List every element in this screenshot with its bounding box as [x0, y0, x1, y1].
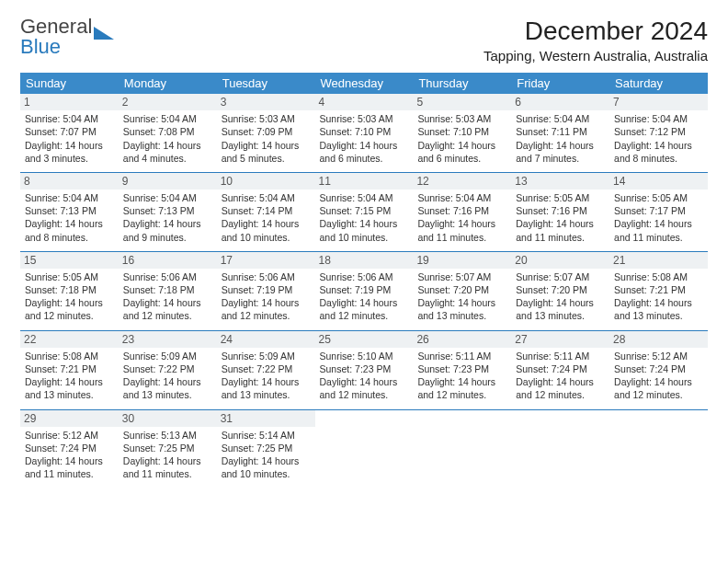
- sunset-text: Sunset: 7:08 PM: [123, 125, 212, 138]
- day-number: 7: [609, 94, 708, 110]
- daylight-text: and 13 minutes.: [614, 309, 703, 322]
- daylight-text: Daylight: 14 hours: [320, 139, 409, 152]
- daylight-text: Daylight: 14 hours: [222, 454, 311, 467]
- daylight-text: and 3 minutes.: [25, 152, 114, 165]
- sunset-text: Sunset: 7:20 PM: [516, 283, 605, 296]
- daylight-text: Daylight: 14 hours: [516, 296, 605, 309]
- sunset-text: Sunset: 7:12 PM: [614, 125, 703, 138]
- calendar-day-cell: 25Sunrise: 5:10 AMSunset: 7:23 PMDayligh…: [315, 330, 414, 409]
- daylight-text: Daylight: 14 hours: [516, 139, 605, 152]
- calendar-day-cell: 19Sunrise: 5:07 AMSunset: 7:20 PMDayligh…: [413, 251, 511, 330]
- daylight-text: and 9 minutes.: [123, 231, 212, 244]
- day-number: 16: [119, 252, 217, 269]
- daylight-text: and 12 minutes.: [123, 309, 212, 322]
- sunset-text: Sunset: 7:23 PM: [320, 362, 409, 375]
- day-number: 15: [20, 252, 119, 269]
- daylight-text: and 8 minutes.: [25, 231, 114, 244]
- day-number: 21: [609, 252, 708, 269]
- sunset-text: Sunset: 7:24 PM: [516, 362, 605, 375]
- day-number: 2: [119, 94, 217, 110]
- logo: General Blue: [20, 17, 114, 57]
- daylight-text: Daylight: 14 hours: [123, 139, 212, 152]
- sunrise-text: Sunrise: 5:04 AM: [123, 112, 212, 125]
- day-number: 8: [20, 173, 119, 190]
- day-number: 26: [413, 331, 511, 348]
- daylight-text: Daylight: 14 hours: [417, 375, 506, 388]
- sunrise-text: Sunrise: 5:04 AM: [320, 191, 409, 204]
- daylight-text: and 10 minutes.: [222, 467, 311, 480]
- weekday-header: Tuesday: [217, 73, 315, 94]
- sunset-text: Sunset: 7:09 PM: [222, 125, 311, 138]
- sunset-text: Sunset: 7:25 PM: [222, 442, 311, 454]
- daylight-text: Daylight: 14 hours: [222, 296, 311, 309]
- day-number: 14: [609, 173, 708, 190]
- sunrise-text: Sunrise: 5:06 AM: [320, 270, 409, 283]
- calendar-day-cell: 9Sunrise: 5:04 AMSunset: 7:13 PMDaylight…: [119, 172, 217, 251]
- daylight-text: Daylight: 14 hours: [25, 375, 114, 388]
- daylight-text: Daylight: 14 hours: [320, 296, 409, 309]
- daylight-text: Daylight: 14 hours: [614, 375, 703, 388]
- sunset-text: Sunset: 7:11 PM: [516, 125, 605, 138]
- calendar-day-cell: 27Sunrise: 5:11 AMSunset: 7:24 PMDayligh…: [511, 330, 609, 409]
- day-number: 30: [119, 410, 217, 427]
- sunrise-text: Sunrise: 5:07 AM: [417, 270, 506, 283]
- day-number: 28: [609, 331, 708, 348]
- daylight-text: Daylight: 14 hours: [222, 375, 311, 388]
- day-number: 24: [217, 331, 315, 348]
- calendar-day-cell: [315, 409, 414, 488]
- sunrise-text: Sunrise: 5:06 AM: [222, 270, 311, 283]
- sunrise-text: Sunrise: 5:04 AM: [222, 191, 311, 204]
- calendar-week-row: 1Sunrise: 5:04 AMSunset: 7:07 PMDaylight…: [20, 94, 708, 172]
- daylight-text: and 6 minutes.: [417, 152, 506, 165]
- logo-text-2: Blue: [20, 35, 61, 58]
- daylight-text: and 11 minutes.: [123, 467, 212, 480]
- daylight-text: and 12 minutes.: [25, 309, 114, 322]
- sunset-text: Sunset: 7:14 PM: [222, 204, 311, 217]
- daylight-text: and 13 minutes.: [222, 388, 311, 401]
- daylight-text: Daylight: 14 hours: [516, 375, 605, 388]
- sunrise-text: Sunrise: 5:04 AM: [614, 112, 703, 125]
- day-number: 27: [511, 331, 609, 348]
- weekday-header: Sunday: [20, 73, 119, 94]
- daylight-text: Daylight: 14 hours: [25, 454, 114, 467]
- sunset-text: Sunset: 7:19 PM: [320, 283, 409, 296]
- calendar-day-cell: 17Sunrise: 5:06 AMSunset: 7:19 PMDayligh…: [217, 251, 315, 330]
- daylight-text: and 8 minutes.: [614, 152, 703, 165]
- sunset-text: Sunset: 7:21 PM: [25, 362, 114, 375]
- sunrise-text: Sunrise: 5:03 AM: [417, 112, 506, 125]
- calendar-day-cell: 31Sunrise: 5:14 AMSunset: 7:25 PMDayligh…: [217, 409, 315, 488]
- weekday-header: Monday: [119, 73, 217, 94]
- day-number: 4: [315, 94, 414, 110]
- daylight-text: and 11 minutes.: [614, 231, 703, 244]
- calendar-day-cell: [511, 409, 609, 488]
- calendar-week-row: 8Sunrise: 5:04 AMSunset: 7:13 PMDaylight…: [20, 172, 708, 251]
- calendar-day-cell: 1Sunrise: 5:04 AMSunset: 7:07 PMDaylight…: [20, 94, 119, 172]
- calendar-day-cell: 30Sunrise: 5:13 AMSunset: 7:25 PMDayligh…: [119, 409, 217, 488]
- calendar-day-cell: 22Sunrise: 5:08 AMSunset: 7:21 PMDayligh…: [20, 330, 119, 409]
- sunset-text: Sunset: 7:22 PM: [123, 362, 212, 375]
- daylight-text: Daylight: 14 hours: [320, 217, 409, 230]
- daylight-text: and 13 minutes.: [417, 309, 506, 322]
- daylight-text: Daylight: 14 hours: [123, 375, 212, 388]
- sunset-text: Sunset: 7:24 PM: [614, 362, 703, 375]
- day-number: 20: [511, 252, 609, 269]
- daylight-text: Daylight: 14 hours: [222, 139, 311, 152]
- sunset-text: Sunset: 7:19 PM: [222, 283, 311, 296]
- sunset-text: Sunset: 7:18 PM: [25, 283, 114, 296]
- day-number: 13: [511, 173, 609, 190]
- sunrise-text: Sunrise: 5:04 AM: [25, 191, 114, 204]
- sunrise-text: Sunrise: 5:09 AM: [123, 350, 212, 362]
- calendar-day-cell: 3Sunrise: 5:03 AMSunset: 7:09 PMDaylight…: [217, 94, 315, 172]
- day-number: 10: [217, 173, 315, 190]
- daylight-text: and 6 minutes.: [320, 152, 409, 165]
- calendar-day-cell: 20Sunrise: 5:07 AMSunset: 7:20 PMDayligh…: [511, 251, 609, 330]
- sunrise-text: Sunrise: 5:05 AM: [614, 191, 703, 204]
- day-number: 5: [413, 94, 511, 110]
- day-number: 17: [217, 252, 315, 269]
- day-number: 6: [511, 94, 609, 110]
- calendar-day-cell: 4Sunrise: 5:03 AMSunset: 7:10 PMDaylight…: [315, 94, 414, 172]
- calendar-day-cell: 5Sunrise: 5:03 AMSunset: 7:10 PMDaylight…: [413, 94, 511, 172]
- daylight-text: and 12 minutes.: [320, 309, 409, 322]
- daylight-text: Daylight: 14 hours: [320, 375, 409, 388]
- sunset-text: Sunset: 7:20 PM: [417, 283, 506, 296]
